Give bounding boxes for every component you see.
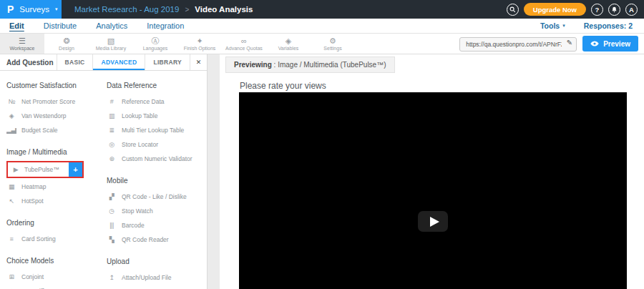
- toolbar-item-advance-quotas[interactable]: ∞Advance Quotas: [222, 34, 266, 54]
- breadcrumb-current: Video Analysis: [195, 5, 253, 14]
- caret-down-icon: ▾: [562, 23, 565, 29]
- tab-basic[interactable]: BASIC: [57, 54, 93, 70]
- barcode-icon: |||: [107, 222, 117, 229]
- toolbar-item-workspace[interactable]: ☰Workspace: [0, 34, 44, 54]
- question-type-stop-watch[interactable]: ◷Stop Watch: [107, 204, 207, 218]
- notifications-button[interactable]: [608, 4, 620, 16]
- close-panel-button[interactable]: ✕: [190, 54, 207, 70]
- toolbar-item-label: Workspace: [10, 46, 35, 51]
- toolbar-item-settings[interactable]: ⚙Settings: [311, 34, 355, 54]
- surveys-menu[interactable]: P Surveys ▾: [0, 0, 62, 19]
- preview-button[interactable]: Preview: [582, 36, 638, 52]
- tab-advanced[interactable]: ADVANCED: [92, 54, 145, 70]
- search-icon: [509, 6, 516, 13]
- question-type-reference-data[interactable]: #Reference Data: [107, 94, 207, 109]
- question-type-tubepulse[interactable]: ▶TubePulse™+: [6, 161, 84, 178]
- avatar[interactable]: A: [625, 4, 638, 16]
- preview-label: Preview: [603, 40, 630, 48]
- panel-gutter: [208, 54, 220, 289]
- question-type-hotspot[interactable]: ↖HotSpot: [6, 194, 107, 208]
- toolbar-item-media-library[interactable]: ▧Media Library: [89, 34, 133, 54]
- tab-library[interactable]: LIBRARY: [145, 54, 190, 70]
- question-type-signature[interactable]: ✒Signature: [107, 285, 207, 289]
- question-type-custom-numeric-validator[interactable]: ⊛Custom Numeric Validator: [107, 152, 207, 166]
- section-heading: Image / Multimedia: [6, 148, 107, 156]
- nps-icon: №: [6, 98, 16, 105]
- question-type-label: QR Code Reader: [122, 236, 169, 243]
- breadcrumb-separator: >: [185, 6, 189, 14]
- section-heading: Upload: [107, 258, 207, 265]
- previewing-title: : Image / Multimedia (TubePulse™): [272, 61, 386, 69]
- add-question-panel: Add Question BASICADVANCEDLIBRARY ✕ Cust…: [0, 54, 208, 289]
- design-icon: ❂: [63, 36, 69, 45]
- breadcrumb-survey-link[interactable]: Market Research - Aug 2019: [74, 5, 179, 14]
- toolbar-item-label: Design: [59, 46, 74, 51]
- section-heading: Choice Models: [6, 257, 107, 265]
- nav-tab-edit[interactable]: Edit: [9, 21, 24, 30]
- question-type-conjoint[interactable]: ⊞Conjoint: [6, 270, 107, 284]
- question-type-van-westendorp[interactable]: ◈Van Westendorp: [6, 109, 107, 123]
- question-type-label: Multi Tier Lookup Table: [122, 127, 184, 134]
- survey-nav: EditDistributeAnalyticsIntegration Tools…: [0, 19, 644, 34]
- bar-chart-icon: ▂▄▆: [6, 127, 16, 134]
- survey-url-input[interactable]: [459, 37, 577, 52]
- question-type-label: Heatmap: [21, 183, 47, 190]
- previewing-label: Previewing: [234, 61, 272, 69]
- content-area: Add Question BASICADVANCEDLIBRARY ✕ Cust…: [0, 54, 644, 289]
- question-type-label: Reference Data: [122, 98, 165, 105]
- question-type-barcode[interactable]: |||Barcode: [107, 218, 207, 232]
- question-type-store-locator[interactable]: ◎Store Locator: [107, 137, 207, 152]
- tools-menu[interactable]: Tools ▾: [540, 21, 565, 30]
- question-type-label: Lookup Table: [122, 112, 157, 119]
- question-type-qr-code-like-dislike[interactable]: ▞QR Code - Like / Dislike: [107, 190, 207, 204]
- question-type-card-sorting[interactable]: ≡Card Sorting: [6, 232, 107, 246]
- toolbar-item-label: Finish Options: [184, 46, 216, 51]
- toolbar-item-finish-options[interactable]: ✦Finish Options: [177, 34, 222, 54]
- finish-options-icon: ✦: [196, 36, 203, 45]
- question-type-budget-scale[interactable]: ▂▄▆Budget Scale: [6, 123, 107, 137]
- question-type-lookup-table[interactable]: ▥Lookup Table: [107, 109, 207, 123]
- toolbar-item-variables[interactable]: ◈Variables: [266, 34, 311, 54]
- question-column-1: Customer Satisfaction№Net Promoter Score…: [6, 71, 107, 289]
- question-type-qr-code-reader[interactable]: ▚QR Code Reader: [107, 232, 207, 247]
- play-button[interactable]: [418, 211, 448, 232]
- question-type-attach-upload-file[interactable]: ↥Attach/Upload File: [107, 270, 207, 285]
- breadcrumb: Market Research - Aug 2019 > Video Analy…: [74, 5, 253, 14]
- add-question-button[interactable]: +: [69, 162, 82, 177]
- toolbar-item-design[interactable]: ❂Design: [44, 34, 89, 54]
- product-name: Surveys: [19, 5, 49, 14]
- toolbar-item-languages[interactable]: ⒶLanguages: [133, 34, 177, 54]
- section-heading: Customer Satisfaction: [6, 82, 107, 89]
- survey-url-wrap: ✎: [459, 36, 577, 52]
- upgrade-now-button[interactable]: Upgrade Now: [524, 3, 586, 16]
- question-type-label: Net Promoter Score: [21, 98, 75, 105]
- play-icon: [430, 217, 439, 227]
- help-button[interactable]: ?: [591, 4, 603, 16]
- panel-title: Add Question: [0, 54, 57, 70]
- edit-url-icon[interactable]: ✎: [567, 39, 572, 46]
- responses-link[interactable]: Responses: 2: [584, 21, 633, 30]
- toolbar-item-label: Variables: [278, 46, 299, 51]
- question-type-heatmap[interactable]: ▦Heatmap: [6, 180, 107, 194]
- tools-label: Tools: [540, 21, 560, 30]
- grid-icon: ⊞: [6, 273, 16, 280]
- question-type-net-promoter-score[interactable]: №Net Promoter Score: [6, 94, 107, 109]
- section-heading: Mobile: [107, 177, 207, 185]
- video-player[interactable]: [239, 92, 627, 289]
- question-type-label: Budget Scale: [21, 127, 58, 134]
- nav-tab-analytics[interactable]: Analytics: [96, 21, 127, 30]
- question-type-max-diff[interactable]: ✦Max-Diff: [6, 284, 107, 289]
- nav-tab-distribute[interactable]: Distribute: [44, 21, 77, 30]
- question-column-2: Data Reference#Reference Data▥Lookup Tab…: [107, 71, 207, 289]
- question-type-label: Van Westendorp: [21, 112, 67, 119]
- heatmap-icon: ▦: [6, 183, 16, 190]
- media-library-icon: ▧: [107, 36, 114, 45]
- nav-tab-integration[interactable]: Integration: [147, 21, 184, 30]
- question-type-label: Card Sorting: [21, 235, 56, 243]
- question-type-columns: Customer Satisfaction№Net Promoter Score…: [0, 71, 207, 289]
- toolbar-right: ✎ Preview: [459, 34, 644, 54]
- search-button[interactable]: [507, 4, 519, 16]
- toolbar-item-label: Languages: [143, 46, 168, 51]
- question-type-multi-tier-lookup-table[interactable]: ≣Multi Tier Lookup Table: [107, 123, 207, 137]
- section-heading: Data Reference: [107, 82, 207, 89]
